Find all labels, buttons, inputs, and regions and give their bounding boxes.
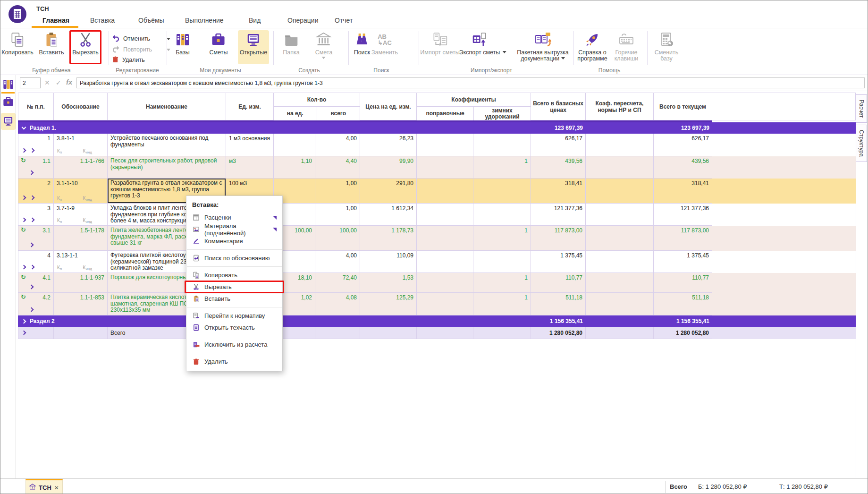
table-row[interactable]: 4.2 1.1-1-853 Плитка керамическая кислот… — [18, 293, 856, 315]
col-header-unit-price[interactable]: Цена на ед. изм. — [360, 93, 417, 120]
menu-item-open-tech[interactable]: Открыть техчасть — [186, 322, 282, 333]
col-header-corrective[interactable]: поправочные — [417, 107, 474, 120]
group-label-editing: Редактирование — [116, 67, 159, 74]
table-row[interactable]: 4 3.13-1-1 КпКинд Футеровка плиткой кисл… — [18, 251, 856, 273]
bases-button[interactable]: Базы — [175, 31, 190, 56]
col-header-coefficients-group[interactable]: Коэффициенты поправочные зимних удорожан… — [417, 93, 531, 120]
undo-dropdown-icon[interactable] — [167, 38, 170, 40]
expand-icon[interactable] — [29, 285, 34, 290]
expand-icon[interactable] — [29, 307, 34, 312]
expand-icon[interactable] — [22, 319, 26, 324]
expand-icon[interactable] — [30, 218, 35, 222]
expand-icon[interactable] — [22, 331, 26, 335]
document-tab[interactable]: ТСН ✕ — [25, 479, 63, 494]
side-tab-structure[interactable]: Структура — [856, 125, 867, 162]
expand-icon[interactable] — [22, 265, 26, 270]
menu-item-delete[interactable]: Удалить — [186, 356, 282, 367]
batch-export-icon — [534, 31, 551, 48]
undo-button[interactable]: Отменить — [112, 34, 170, 43]
app-window: ТСН Главная Вставка Объёмы Выполнение Ви… — [0, 0, 868, 494]
opened-sidebar-icon[interactable] — [3, 116, 14, 128]
collapse-icon[interactable] — [22, 125, 26, 130]
menu-separator — [187, 266, 282, 267]
col-header-name[interactable]: Наименование — [108, 93, 226, 120]
export-estimate-button[interactable]: Экспорт сметы — [459, 31, 500, 56]
search-button[interactable]: Поиск — [354, 31, 371, 56]
col-header-justification[interactable]: Обоснование — [54, 93, 108, 120]
confirm-icon[interactable]: ✓ — [56, 79, 61, 86]
copy-button[interactable]: Копировать — [1, 31, 33, 56]
section-row-1[interactable]: Раздел 1. 123 697,39 123 697,39 — [18, 122, 856, 134]
menu-item-copy[interactable]: Копировать — [186, 269, 282, 281]
menu-item-material[interactable]: Материала (подчинённой) — [186, 223, 282, 235]
col-header-qty-unit[interactable]: на ед. — [274, 107, 317, 120]
col-header-basis-total[interactable]: Всего в базисных ценах — [531, 93, 586, 120]
tab-operacii[interactable]: Операции — [287, 17, 319, 24]
export-dropdown-icon[interactable] — [502, 51, 506, 53]
tab-vid[interactable]: Вид — [249, 17, 261, 24]
delete-button[interactable]: Удалить — [112, 56, 170, 64]
cancel-icon[interactable]: ✕ — [44, 79, 50, 86]
section-row-2[interactable]: Раздел 2 1 156 355,41 1 156 355,41 — [18, 315, 856, 327]
group-separator — [573, 31, 574, 65]
menu-item-rates[interactable]: Расценки — [186, 212, 282, 223]
tab-vstavka[interactable]: Вставка — [90, 17, 115, 24]
bases-sidebar-icon[interactable] — [2, 78, 14, 92]
close-tab-icon[interactable]: ✕ — [54, 485, 59, 491]
col-header-winter[interactable]: зимних удорожаний — [474, 107, 531, 120]
group-label-search: Поиск — [373, 67, 389, 74]
scissors-icon — [192, 283, 200, 291]
menu-item-search-justification[interactable]: Поиск по обоснованию — [186, 252, 282, 264]
expand-icon[interactable] — [30, 265, 35, 270]
tab-otchet[interactable]: Отчет — [335, 17, 353, 24]
table-row[interactable]: 4.1 1.1-1-937 Порошок для кислотоупорных… — [18, 273, 856, 293]
expand-icon[interactable] — [22, 148, 26, 153]
about-button[interactable]: Справка о программе — [575, 31, 609, 62]
paste-icon — [192, 295, 200, 303]
grand-total-row[interactable]: Всего 1 280 052,80 1 280 052,80 — [18, 327, 856, 339]
tab-vypolnenie[interactable]: Выполнение — [185, 17, 223, 24]
col-header-current-total[interactable]: Всего в текущем — [654, 93, 712, 120]
col-header-qty-total[interactable]: всего — [317, 107, 360, 120]
col-header-num[interactable]: № п.п. — [18, 93, 54, 120]
col-header-recalc[interactable]: Коэф. пересчета, нормы НР и СП — [586, 93, 654, 120]
app-logo-icon[interactable] — [8, 5, 27, 24]
exclude-icon — [192, 341, 200, 349]
col-header-unit[interactable]: Ед. изм. — [226, 93, 274, 120]
import-estimate-button: Импорт сметы — [420, 31, 459, 56]
batch-export-button[interactable]: Пакетная выгрузка документации — [513, 31, 573, 62]
pen-icon — [192, 238, 200, 245]
menu-item-goto-standard[interactable]: Перейти к нормативу — [186, 310, 282, 322]
expand-icon[interactable] — [29, 243, 34, 247]
copy-icon — [9, 31, 25, 48]
expand-icon[interactable] — [30, 148, 35, 153]
table-row-selected[interactable]: 2 3.1-1-10 КпКинд Разработка грунта в от… — [18, 179, 856, 204]
expand-icon[interactable] — [22, 218, 26, 222]
expand-icon[interactable] — [30, 196, 35, 200]
table-row[interactable]: 3 3.7-1-9 КпКинд Укладка блоков и плит л… — [18, 204, 856, 226]
fx-icon[interactable]: fx — [66, 78, 72, 86]
tab-glavnaya[interactable]: Главная — [42, 17, 69, 24]
batch-export-dropdown-icon[interactable] — [561, 57, 565, 60]
table-row[interactable]: 1.1 1.1-1-766 Песок для строительных раб… — [18, 156, 856, 179]
formula-input[interactable] — [76, 77, 865, 88]
col-header-quantity-group[interactable]: Кол-во на ед. всего — [274, 93, 360, 120]
cycle-icon — [21, 273, 26, 281]
side-tab-calculation[interactable]: Расчет — [856, 94, 867, 123]
table-row[interactable]: 1 3.8-1-1 КпКинд Устройство песчаного ос… — [18, 134, 856, 156]
expand-icon[interactable] — [29, 170, 34, 175]
expand-icon[interactable] — [22, 196, 26, 200]
estimates-sidebar-icon[interactable] — [2, 96, 14, 110]
change-base-button: Сменить базу — [653, 31, 680, 62]
menu-item-paste[interactable]: Вставить — [186, 293, 282, 305]
cell-reference-input[interactable] — [20, 77, 41, 88]
building-icon — [316, 31, 332, 48]
opened-button[interactable]: Открытые — [240, 31, 268, 56]
menu-item-exclude[interactable]: Исключить из расчета — [186, 339, 282, 350]
menu-item-cut[interactable]: Вырезать — [186, 281, 282, 293]
menu-item-comment[interactable]: Комментария — [186, 235, 282, 247]
estimates-button[interactable]: Сметы — [210, 31, 228, 56]
paste-button[interactable]: Вставить — [39, 31, 64, 56]
tab-obyomy[interactable]: Объёмы — [138, 17, 164, 24]
table-row[interactable]: 3.1 1.5-1-178 Плита железобетонная ленто… — [18, 226, 856, 251]
